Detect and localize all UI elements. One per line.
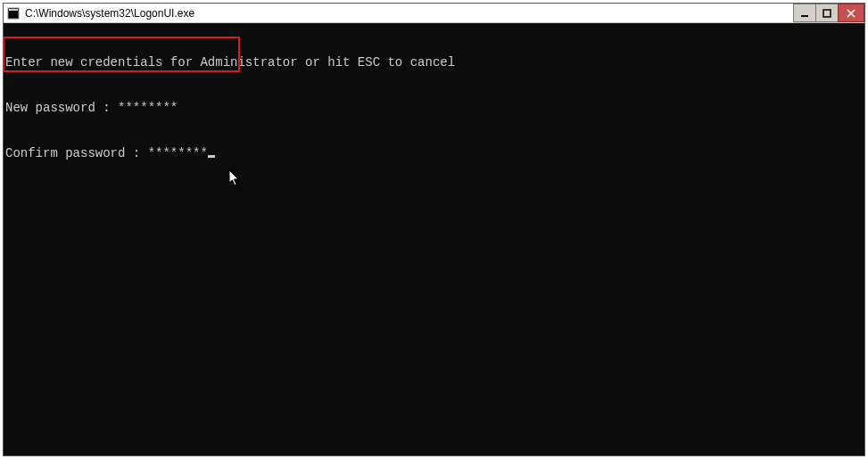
confirm-password-label: Confirm password : (5, 146, 148, 160)
console-area[interactable]: Enter new credentials for Administrator … (4, 23, 864, 455)
svg-rect-2 (801, 15, 808, 17)
window-title: C:\Windows\system32\LogonUI.exe (25, 7, 794, 20)
window-controls (794, 4, 864, 22)
svg-rect-1 (9, 9, 18, 11)
text-cursor-icon (208, 155, 215, 158)
confirm-password-line: Confirm password : ******** (4, 146, 864, 161)
maximize-button[interactable] (815, 4, 839, 22)
application-window: C:\Windows\system32\LogonUI.exe Enter ne… (3, 3, 865, 456)
new-password-line: New password : ******** (4, 101, 864, 116)
titlebar[interactable]: C:\Windows\system32\LogonUI.exe (4, 4, 864, 23)
confirm-password-value: ******** (148, 146, 208, 160)
new-password-label: New password : (5, 101, 118, 115)
app-icon (7, 7, 20, 20)
minimize-button[interactable] (793, 4, 816, 22)
close-button[interactable] (838, 4, 864, 22)
new-password-value: ******** (118, 101, 178, 115)
prompt-line: Enter new credentials for Administrator … (4, 55, 864, 70)
svg-rect-3 (823, 10, 831, 17)
